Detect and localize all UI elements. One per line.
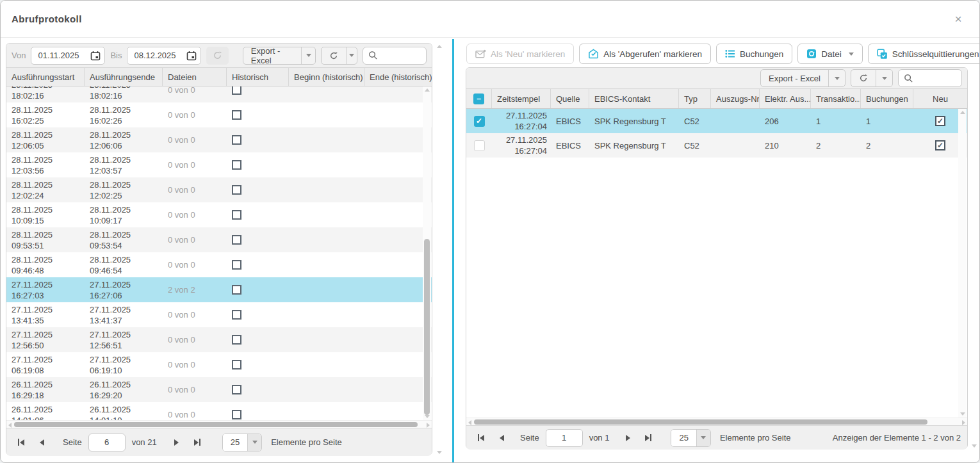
historisch-checkbox[interactable] (232, 385, 241, 394)
select-all-checkbox[interactable]: – (466, 89, 492, 108)
scroll-left-icon[interactable] (8, 423, 12, 428)
export-dropdown-button[interactable] (828, 70, 845, 86)
historisch-checkbox[interactable] (232, 110, 241, 120)
right-vertical-scrollbar[interactable] (958, 109, 967, 418)
table-row[interactable]: 27.11.202512:56:5027.11.202512:56:510 vo… (6, 327, 432, 352)
left-search-field[interactable] (363, 47, 427, 65)
column-header[interactable]: Ausführungsende (85, 68, 163, 86)
mark-read-button[interactable]: Als 'Abgerufen' markieren (579, 44, 711, 64)
refresh-dropdown-button[interactable] (346, 47, 357, 64)
historisch-checkbox[interactable] (232, 360, 241, 370)
scroll-right-icon[interactable] (962, 420, 965, 425)
table-row[interactable]: 26.11.202516:29:1826.11.202516:29:200 vo… (6, 377, 432, 402)
previous-page-button[interactable] (33, 434, 50, 451)
historisch-checkbox[interactable] (232, 260, 241, 270)
row-select-checkbox[interactable] (474, 140, 485, 151)
scrollbar-thumb[interactable] (474, 419, 927, 425)
export-button[interactable]: Export - Excel (761, 70, 828, 86)
scroll-left-icon[interactable] (468, 420, 471, 425)
neu-checkbox[interactable]: ✓ (935, 140, 945, 150)
historisch-checkbox[interactable] (232, 185, 241, 195)
table-row[interactable]: 28.11.202512:02:2428.11.202512:02:250 vo… (6, 177, 432, 202)
von-date-input[interactable] (38, 51, 88, 60)
column-header[interactable]: Elektr. Aus... (760, 89, 811, 108)
scroll-up-icon[interactable] (425, 88, 430, 92)
grid-refresh-button[interactable] (322, 47, 346, 64)
column-header[interactable]: Ende (historisch) (364, 68, 432, 86)
bis-date-field[interactable] (127, 47, 201, 65)
previous-page-button[interactable] (493, 430, 510, 446)
right-search-field[interactable] (898, 69, 962, 87)
scroll-down-icon[interactable] (972, 444, 977, 448)
table-row[interactable]: 27.11.202516:27:0327.11.202516:27:062 vo… (6, 277, 432, 302)
historisch-checkbox[interactable] (232, 410, 241, 419)
table-row[interactable]: 28.11.202518:02:1628.11.202518:02:160 vo… (6, 86, 432, 102)
column-header[interactable]: Historisch (227, 68, 289, 86)
column-header[interactable]: Beginn (historisch) (289, 68, 364, 86)
table-row[interactable]: 28.11.202509:46:4828.11.202509:46:540 vo… (6, 252, 432, 277)
historisch-checkbox[interactable] (232, 335, 241, 345)
chevron-down-icon[interactable] (696, 430, 710, 446)
column-header[interactable]: Zeitstempel (492, 89, 551, 108)
column-header[interactable]: Typ (679, 89, 711, 108)
close-icon[interactable]: × (950, 11, 967, 28)
table-row[interactable]: 28.11.202510:09:1528.11.202510:09:170 vo… (6, 202, 432, 227)
historisch-checkbox[interactable] (232, 135, 241, 145)
first-page-button[interactable] (473, 430, 489, 446)
page-number-input[interactable] (546, 429, 583, 447)
left-vertical-scrollbar[interactable] (423, 86, 431, 420)
datei-button[interactable]: Datei (797, 44, 863, 64)
right-search-input[interactable] (917, 74, 956, 83)
column-header[interactable]: Auszugs-Nr. (711, 89, 760, 108)
von-date-field[interactable] (31, 47, 105, 65)
table-row[interactable]: 28.11.202516:02:2528.11.202516:02:260 vo… (6, 102, 432, 127)
table-row[interactable]: 28.11.202509:53:5128.11.202509:53:540 vo… (6, 227, 432, 252)
column-header[interactable]: Dateien (163, 68, 227, 86)
chevron-down-icon[interactable] (247, 434, 261, 451)
last-page-button[interactable] (189, 434, 206, 451)
scroll-right-icon[interactable] (427, 423, 430, 428)
column-header[interactable]: Transaktio... (811, 89, 861, 108)
historisch-checkbox[interactable] (232, 310, 241, 320)
export-dropdown-button[interactable] (301, 47, 315, 64)
table-row[interactable]: 27.11.202513:41:3527.11.202513:41:370 vo… (6, 302, 432, 327)
scrollbar-thumb[interactable] (424, 239, 430, 415)
historisch-checkbox[interactable] (232, 210, 241, 220)
first-page-button[interactable] (13, 434, 29, 451)
table-row[interactable]: 27.11.202516:27:04EBICSSPK Regensburg TC… (466, 133, 967, 158)
table-row[interactable]: 28.11.202512:03:5628.11.202512:03:570 vo… (6, 152, 432, 177)
right-panel-scrollbar[interactable] (970, 71, 979, 450)
refresh-dropdown-button[interactable] (876, 70, 892, 86)
scroll-down-icon[interactable] (425, 415, 430, 418)
grid-refresh-button[interactable] (851, 70, 876, 86)
column-header[interactable]: Neu (913, 89, 967, 108)
table-row[interactable]: 26.11.202514:01:0626.11.202514:01:100 vo… (6, 402, 432, 420)
right-horizontal-scrollbar[interactable] (466, 418, 967, 425)
last-page-button[interactable] (640, 430, 657, 446)
export-button[interactable]: Export - Excel (243, 47, 302, 64)
left-search-input[interactable] (382, 51, 421, 60)
table-row[interactable]: 27.11.202506:19:0827.11.202506:19:100 vo… (6, 352, 432, 377)
scroll-up-icon[interactable] (960, 111, 965, 114)
column-header[interactable]: EBICS-Kontakt (589, 89, 679, 108)
schluesselquittierungen-button[interactable]: Schlüsselquittierungen (868, 44, 980, 64)
next-page-button[interactable] (168, 434, 185, 451)
next-page-button[interactable] (619, 430, 636, 446)
bis-date-input[interactable] (134, 51, 184, 60)
column-header[interactable]: Ausführungsstart (6, 68, 85, 86)
page-number-input[interactable] (88, 434, 126, 451)
row-select-checkbox[interactable]: ✓ (474, 116, 485, 127)
calendar-icon[interactable] (90, 51, 101, 61)
page-size-select[interactable]: 25 (671, 429, 710, 447)
column-header[interactable]: Buchungen (861, 89, 913, 108)
column-header[interactable]: Quelle (551, 89, 589, 108)
neu-checkbox[interactable]: ✓ (935, 116, 945, 126)
historisch-checkbox[interactable] (232, 86, 241, 95)
scroll-up-icon[interactable] (437, 45, 442, 48)
table-row[interactable]: 28.11.202512:06:0528.11.202512:06:060 vo… (6, 127, 432, 152)
page-size-select[interactable]: 25 (222, 434, 262, 451)
scroll-down-icon[interactable] (960, 412, 965, 416)
historisch-checkbox[interactable] (232, 160, 241, 170)
scroll-down-icon[interactable] (437, 451, 442, 454)
left-horizontal-scrollbar[interactable] (6, 420, 432, 428)
